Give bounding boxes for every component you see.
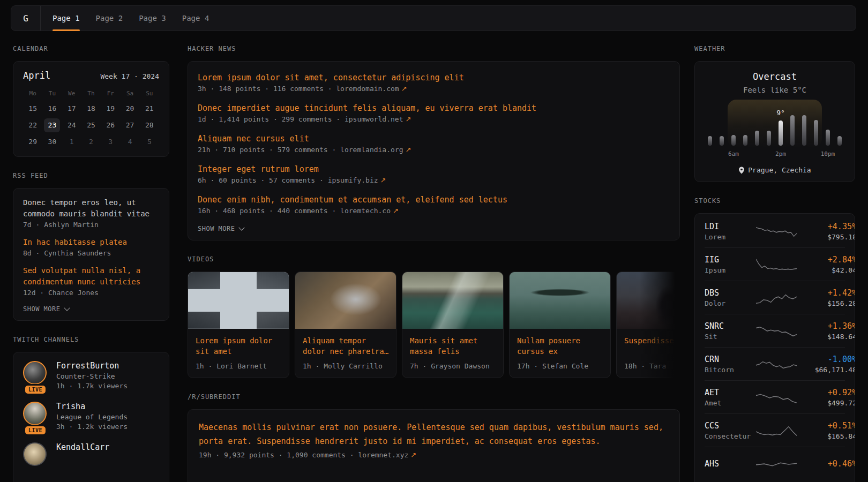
video-card[interactable]: Mauris sit amet massa felis 7h · Grayson…: [402, 272, 504, 378]
weekday-label: We: [62, 88, 81, 99]
twitch-channel-row[interactable]: LIVE ForrestBurton Counter-Strike 1h · 1…: [23, 361, 159, 390]
hn-item-meta: 6h · 60 points · 57 comments · ipsumify.…: [198, 176, 378, 184]
calendar-day: 25: [81, 118, 101, 132]
stock-row[interactable]: AETAmet +0.92%$499.72: [705, 380, 845, 413]
video-title[interactable]: Aliquam tempor dolor nec pharetra…: [295, 329, 396, 357]
weather-bar: [814, 120, 818, 146]
stock-row[interactable]: CCSConsectetur +0.51%$165.84: [705, 413, 845, 447]
stock-sparkline: [756, 356, 797, 372]
calendar-day-today: 23: [42, 118, 62, 132]
rss-item-link[interactable]: Sed volutpat nulla nisl, a condimentum n…: [23, 265, 159, 288]
channel-name[interactable]: Trisha: [56, 402, 128, 411]
weather-time-label: 6am: [728, 150, 739, 157]
weather-hour-bars: 9°: [704, 104, 845, 146]
calendar-month: April: [23, 70, 50, 81]
rss-show-more-button[interactable]: SHOW MORE: [23, 305, 159, 313]
calendar-day: 1: [62, 135, 81, 149]
hn-item-link[interactable]: Lorem ipsum dolor sit amet, consectetur …: [198, 72, 670, 83]
app-logo[interactable]: G: [11, 6, 41, 31]
video-thumbnail: [510, 272, 610, 329]
calendar-day: 5: [140, 135, 159, 149]
daylight-region: [728, 100, 822, 148]
calendar-day: 4: [120, 135, 139, 149]
reddit-post-meta: 19h · 9,932 points · 1,090 comments · lo…: [199, 451, 408, 459]
stock-price: $148.64: [797, 333, 855, 341]
weekday-label: Tu: [42, 88, 62, 99]
external-link-icon: ↗: [410, 451, 416, 459]
hn-item: Donec imperdiet augue tincidunt felis al…: [198, 103, 670, 123]
weekday-label: Fr: [101, 88, 120, 99]
video-title[interactable]: Nullam posuere cursus ex: [510, 329, 610, 357]
hackernews-section-title: HACKER NEWS: [188, 45, 680, 52]
subreddit-widget: Maecenas mollis pulvinar erat non posuer…: [188, 409, 680, 482]
videos-section-title: VIDEOS: [188, 255, 680, 263]
video-thumbnail: [402, 272, 503, 329]
stock-ticker: AHS: [705, 459, 756, 469]
twitch-widget: LIVE ForrestBurton Counter-Strike 1h · 1…: [13, 352, 169, 482]
hn-item: Lorem ipsum dolor sit amet, consectetur …: [198, 72, 670, 93]
avatar: [23, 361, 47, 385]
stock-ticker: SNRC: [705, 321, 756, 331]
twitch-channel-row[interactable]: KendallCarr: [23, 442, 159, 471]
tab-page-3[interactable]: Page 3: [139, 6, 166, 31]
reddit-post-link[interactable]: Maecenas mollis pulvinar erat non posuer…: [199, 420, 669, 448]
calendar-day: 15: [23, 102, 42, 116]
calendar-day: 17: [62, 102, 81, 116]
external-link-icon: ↗: [406, 115, 411, 123]
rss-widget: Donec tempor eros leo, ut commodo mauris…: [13, 188, 169, 321]
hn-item: Aliquam nec cursus elit 21h · 710 points…: [198, 133, 670, 154]
hn-item-link[interactable]: Aliquam nec cursus elit: [198, 133, 670, 144]
stock-sparkline: [756, 323, 797, 339]
chevron-down-icon: [238, 224, 244, 230]
stock-ticker: CRN: [705, 355, 756, 364]
hn-item-link[interactable]: Donec enim nibh, condimentum et accumsan…: [198, 194, 670, 205]
stock-name: Amet: [705, 399, 756, 407]
hn-item-link[interactable]: Donec imperdiet augue tincidunt felis al…: [198, 103, 670, 114]
stock-price: $66,171.48: [797, 366, 855, 374]
stock-name: Consectetur: [705, 432, 756, 440]
stock-row[interactable]: SNRCSit +1.36%$148.64: [705, 314, 845, 347]
weather-section: WEATHER Overcast Feels like 5°C 9° 6am2p…: [694, 45, 855, 182]
weather-bar: [802, 115, 806, 146]
rss-item-link[interactable]: In hac habitasse platea: [23, 237, 159, 248]
avatar: [23, 402, 47, 425]
stocks-widget: LDILorem +4.35%$795.18 IIGIpsum +2.84%$4…: [694, 213, 855, 482]
video-title[interactable]: Mauris sit amet massa felis: [402, 329, 503, 357]
avatar: [23, 442, 47, 466]
calendar-day: 26: [101, 118, 120, 132]
channel-name[interactable]: KendallCarr: [56, 442, 109, 452]
video-card[interactable]: Nullam posuere cursus ex 17h · Stefan Co…: [509, 272, 611, 378]
hn-item-meta: 3h · 148 points · 116 comments · loremdo…: [198, 85, 399, 93]
rss-item: Donec tempor eros leo, ut commodo mauris…: [23, 197, 159, 229]
stock-row[interactable]: DBSDolor +1.42%$156.28: [705, 281, 845, 314]
hn-item-link[interactable]: Integer eget rutrum lorem: [198, 164, 670, 175]
weather-feels-like: Feels like 5°C: [704, 86, 845, 94]
stock-row[interactable]: CRNBitcorn -1.00%$66,171.48: [705, 347, 845, 380]
calendar-grid: Mo Tu We Th Fr Sa Su 15 16 17 18 19 20 2…: [23, 88, 159, 149]
stock-name: Bitcorn: [705, 366, 756, 374]
rss-item-link[interactable]: Donec tempor eros leo, ut commodo mauris…: [23, 197, 159, 220]
stock-row[interactable]: LDILorem +4.35%$795.18: [705, 215, 845, 247]
calendar-day: 18: [81, 102, 101, 116]
stock-name: Dolor: [705, 299, 756, 307]
stock-sparkline: [756, 423, 797, 439]
channel-name[interactable]: ForrestBurton: [56, 361, 128, 371]
video-card[interactable]: Lorem ipsum dolor sit amet consectetu… 1…: [188, 272, 289, 378]
rss-item-meta: 12d · Chance Jones: [23, 289, 159, 297]
stock-sparkline: [756, 389, 797, 405]
weather-bar: [755, 131, 759, 146]
tab-page-1[interactable]: Page 1: [53, 6, 80, 31]
rss-section-title: RSS FEED: [13, 172, 169, 179]
weather-time-label: 10pm: [821, 150, 835, 157]
hn-show-more-button[interactable]: SHOW MORE: [198, 225, 670, 232]
stock-row[interactable]: AHS +0.46%: [705, 447, 845, 480]
twitch-channel-row[interactable]: LIVE Trisha League of Legends 3h · 1.2k …: [23, 402, 159, 431]
stock-name: Sit: [705, 333, 756, 341]
stock-row[interactable]: IIGIpsum +2.84%$42.04: [705, 247, 845, 281]
rss-section: RSS FEED Donec tempor eros leo, ut commo…: [13, 172, 169, 321]
video-title[interactable]: Lorem ipsum dolor sit amet consectetu…: [188, 329, 289, 357]
tab-page-2[interactable]: Page 2: [96, 6, 123, 31]
tab-page-4[interactable]: Page 4: [182, 6, 209, 31]
video-card[interactable]: Aliquam tempor dolor nec pharetra… 1h · …: [295, 272, 396, 378]
calendar-day: 28: [140, 118, 159, 132]
